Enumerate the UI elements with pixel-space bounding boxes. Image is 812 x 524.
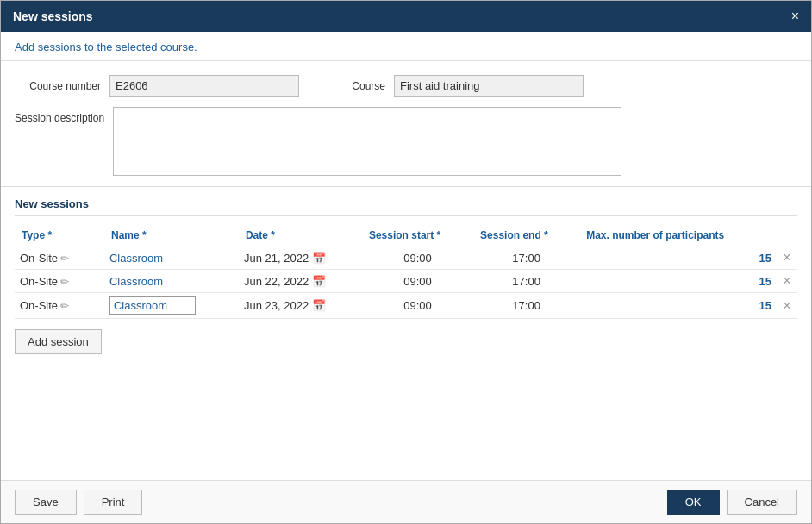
edit-type-icon[interactable]: ✏ (58, 253, 69, 265)
cancel-button[interactable]: Cancel (727, 490, 797, 515)
footer-right: OK Cancel (667, 490, 797, 515)
cell-end: 17:00 (473, 293, 579, 319)
cell-max: 15 (579, 246, 777, 270)
edit-type-icon[interactable]: ✏ (58, 276, 69, 288)
subtitle: Add sessions to the selected course. (1, 32, 811, 61)
col-end: Session end * (473, 225, 579, 246)
dialog-body: Add sessions to the selected course. Cou… (1, 32, 811, 480)
sessions-section: New sessions Type * Name * Date * Sessio… (1, 187, 811, 480)
course-row: Course number Course (15, 75, 797, 97)
dialog-title: New sessions (13, 9, 93, 23)
cell-type: On-Site ✏ (15, 270, 104, 293)
ok-button[interactable]: OK (667, 490, 720, 515)
course-number-label: Course number (15, 80, 101, 92)
name-link[interactable]: Classroom (109, 275, 163, 288)
name-input[interactable] (109, 296, 196, 315)
col-start: Session start * (362, 225, 473, 246)
table-row: On-Site ✏ClassroomJun 21, 2022 📅09:0017:… (15, 246, 797, 270)
remove-row-icon[interactable]: × (783, 298, 790, 313)
cell-date: Jun 23, 2022 📅 (239, 293, 362, 319)
remove-row-icon[interactable]: × (783, 273, 790, 288)
add-session-button[interactable]: Add session (15, 329, 102, 354)
max-number: 15 (759, 299, 771, 312)
col-name: Name * (104, 225, 239, 246)
course-group: Course (334, 75, 584, 97)
course-input[interactable] (394, 75, 584, 97)
cell-type: On-Site ✏ (15, 293, 104, 319)
calendar-icon[interactable]: 📅 (309, 275, 326, 288)
calendar-icon[interactable]: 📅 (309, 299, 326, 312)
session-description-textarea[interactable] (113, 107, 621, 176)
cell-type: On-Site ✏ (15, 246, 104, 270)
remove-row-icon[interactable]: × (783, 250, 790, 265)
cell-name (104, 293, 239, 319)
print-button[interactable]: Print (84, 490, 143, 515)
cell-max: 15 (579, 270, 777, 293)
cell-start: 09:00 (362, 246, 473, 270)
col-type: Type * (15, 225, 104, 246)
course-label: Course (334, 80, 385, 92)
cell-remove: × (777, 270, 797, 293)
save-button[interactable]: Save (15, 490, 77, 515)
footer-left: Save Print (15, 490, 142, 515)
cell-end: 17:00 (473, 270, 579, 293)
dialog-header: New sessions × (1, 1, 811, 32)
cell-date: Jun 22, 2022 📅 (239, 270, 362, 293)
sessions-title: New sessions (15, 197, 797, 216)
cell-name: Classroom (104, 246, 239, 270)
course-number-group: Course number (15, 75, 299, 97)
form-section: Course number Course Session description (1, 61, 811, 187)
cell-remove: × (777, 246, 797, 270)
name-link[interactable]: Classroom (109, 252, 163, 265)
col-date: Date * (239, 225, 362, 246)
table-row: On-Site ✏ClassroomJun 22, 2022 📅09:0017:… (15, 270, 797, 293)
course-number-input[interactable] (109, 75, 299, 97)
new-sessions-dialog: New sessions × Add sessions to the selec… (0, 0, 812, 524)
cell-max: 15 (579, 293, 777, 319)
cell-date: Jun 21, 2022 📅 (239, 246, 362, 270)
session-description-label: Session description (15, 107, 104, 124)
dialog-footer: Save Print OK Cancel (1, 480, 811, 523)
col-action (777, 225, 797, 246)
calendar-icon[interactable]: 📅 (309, 252, 326, 265)
max-number: 15 (759, 275, 771, 288)
sessions-table: Type * Name * Date * Session start * Ses… (15, 225, 797, 319)
close-button[interactable]: × (791, 9, 799, 23)
edit-type-icon[interactable]: ✏ (58, 300, 69, 312)
cell-end: 17:00 (473, 246, 579, 270)
description-row: Session description (15, 107, 797, 176)
table-header-row: Type * Name * Date * Session start * Ses… (15, 225, 797, 246)
cell-start: 09:00 (362, 293, 473, 319)
cell-start: 09:00 (362, 270, 473, 293)
max-number: 15 (759, 252, 771, 265)
col-max: Max. number of participants (579, 225, 777, 246)
cell-name: Classroom (104, 270, 239, 293)
cell-remove: × (777, 293, 797, 319)
table-row: On-Site ✏Jun 23, 2022 📅09:0017:0015× (15, 293, 797, 319)
